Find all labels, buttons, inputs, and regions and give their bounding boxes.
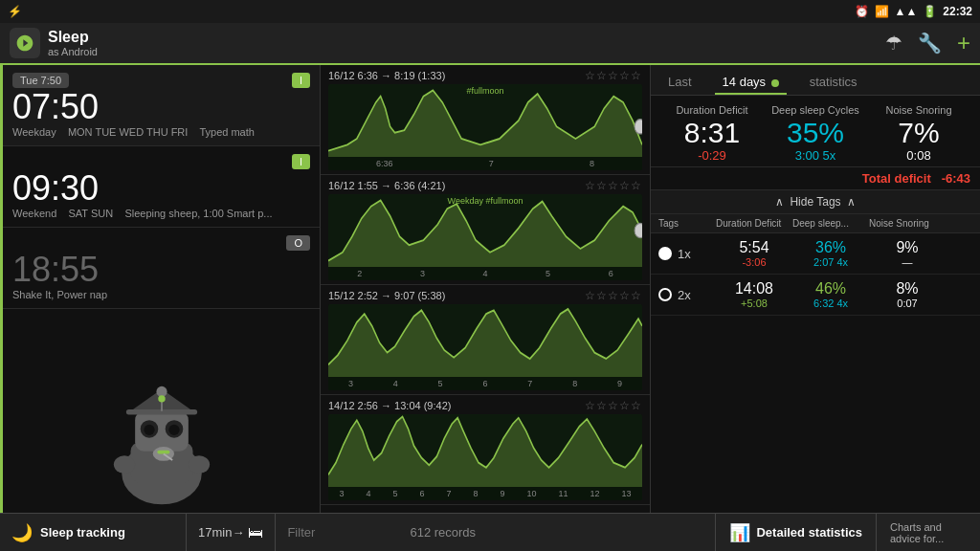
hide-tags-label: Hide Tags: [790, 195, 840, 209]
tags-header: Tags Duration Deficit Deep sleep... Nois…: [651, 214, 980, 233]
total-deficit-row: Total deficit -6:43: [651, 167, 980, 190]
status-bar: ⚡ ⏰ 📶 ▲▲ 🔋 22:32: [0, 0, 980, 23]
entry-1-stars: ☆☆☆☆☆: [585, 69, 642, 82]
main-content: Tue 7:50 I 07:50 Weekday MON TUE WED THU…: [0, 65, 980, 513]
stat-noise-value: 7%: [867, 117, 970, 148]
alarm-3-toggle[interactable]: O: [286, 235, 310, 251]
filter-section[interactable]: 612 records: [276, 514, 716, 551]
tab-last[interactable]: Last: [660, 71, 700, 95]
add-icon[interactable]: +: [957, 30, 970, 56]
alarm-3-time: 18:55: [12, 253, 310, 287]
entry-3-header: 15/12 2:52 → 9:07 (5:38): [328, 290, 445, 301]
time-display: 22:32: [943, 5, 972, 18]
bed-icon: 🛏: [248, 524, 263, 541]
svg-point-17: [635, 120, 642, 134]
tab-14days[interactable]: 14 days: [715, 71, 787, 95]
entry-4-stars: ☆☆☆☆☆: [585, 399, 642, 412]
stat-deep: Deep sleep Cycles 35% 3:00 5x: [764, 103, 867, 163]
svg-rect-11: [157, 451, 169, 454]
svg-point-6: [168, 425, 179, 435]
entry-1-x-labels: 6:3678: [328, 159, 642, 168]
tab-indicator: [771, 79, 779, 87]
sleep-entry-2[interactable]: 16/12 1:55 → 6:36 (4:21) ☆☆☆☆☆ Weekday #…: [321, 175, 650, 285]
tag-row-1x[interactable]: 1x 5:54 -3:06 36% 2:07 4x 9% —: [651, 233, 980, 275]
alarm-1-label: Tue 7:50: [12, 73, 69, 88]
title-actions: ☂ 🔧 +: [885, 30, 970, 56]
svg-point-13: [113, 455, 134, 474]
hide-tags-bar[interactable]: ∧ Hide Tags ∧: [651, 190, 980, 214]
wrench-icon[interactable]: 🔧: [918, 32, 942, 55]
tag-row-2x[interactable]: 2x 14:08 +5:08 46% 6:32 4x 8% 0:07: [651, 275, 980, 316]
sleep-entry-1[interactable]: 16/12 6:36 → 8:19 (1:33) ☆☆☆☆☆ #fullmoon…: [321, 65, 650, 175]
tag-1x-label: 1x: [658, 247, 716, 261]
entry-1-header: 16/12 6:36 → 8:19 (1:33): [328, 70, 445, 81]
umbrella-icon[interactable]: ☂: [885, 32, 902, 55]
alarm-item-3[interactable]: O 18:55 Shake It, Power nap: [3, 228, 320, 309]
usb-icon: ⚡: [8, 5, 22, 18]
entry-1-chart: #fullmoon 6:3678: [328, 84, 642, 170]
alarm-2-type: Weekend: [12, 208, 56, 219]
alarm-1-time: 07:50: [12, 90, 310, 124]
next-alarm-time: 17min→: [198, 525, 244, 540]
tag-1x-circle: [658, 247, 672, 260]
stat-noise-sub: 0:08: [867, 148, 970, 163]
title-left: Sleep as Android: [10, 28, 98, 58]
alarm-1-toggle[interactable]: I: [292, 73, 310, 88]
svg-point-14: [188, 455, 209, 474]
tag-2x-circle: [658, 288, 672, 301]
status-left: ⚡: [8, 5, 22, 18]
next-alarm-section: 17min→ 🛏: [187, 514, 276, 551]
total-deficit-label: Total deficit: [862, 171, 931, 186]
app-title: Sleep: [48, 29, 98, 46]
chevron-up-right-icon: ∧: [847, 195, 856, 209]
left-panel: Tue 7:50 I 07:50 Weekday MON TUE WED THU…: [0, 65, 321, 513]
alarm-item-1[interactable]: Tue 7:50 I 07:50 Weekday MON TUE WED THU…: [3, 65, 320, 146]
stat-duration-value: 8:31: [660, 117, 764, 148]
alarm-1-type: Weekday: [12, 126, 56, 138]
stat-deep-value: 35%: [764, 117, 867, 148]
entry-2-header: 16/12 1:55 → 6:36 (4:21): [328, 180, 445, 191]
stat-deep-sub: 3:00 5x: [764, 148, 867, 163]
entry-3-stars: ☆☆☆☆☆: [585, 289, 642, 302]
stat-duration-header: Duration Deficit: [660, 103, 764, 117]
tag-2x-noise: 8% 0:07: [869, 280, 946, 309]
tag-1x-duration: 5:54 -3:06: [716, 239, 792, 268]
tags-col-noise: Noise Snoring: [869, 218, 946, 229]
status-right: ⏰ 📶 ▲▲ 🔋 22:32: [855, 5, 972, 18]
alarm-item-2[interactable]: I 09:30 Weekend SAT SUN Sleeping sheep, …: [3, 146, 320, 228]
sleep-tracking-section[interactable]: 🌙 Sleep tracking: [0, 514, 187, 551]
entry-1-label: #fullmoon: [466, 86, 503, 96]
entry-2-label: Weekday #fullmoon: [448, 196, 523, 206]
charts-label: Charts and advice for...: [890, 521, 967, 544]
alarm-2-desc: Sleeping sheep, 1:00 Smart p...: [124, 208, 272, 219]
detailed-stats-button[interactable]: 📊 Detailed statistics: [716, 514, 876, 551]
filter-input[interactable]: [287, 525, 402, 540]
tag-2x-label: 2x: [658, 288, 716, 302]
app-icon: [10, 28, 40, 58]
title-text: Sleep as Android: [48, 29, 98, 57]
stat-noise-header: Noise Snoring: [867, 103, 970, 117]
alarm-2-time: 09:30: [12, 171, 310, 206]
entry-3-x-labels: 3456789: [328, 379, 642, 388]
entry-3-chart: 3456789: [328, 304, 642, 390]
svg-point-16: [158, 395, 165, 402]
entry-2-stars: ☆☆☆☆☆: [585, 179, 642, 192]
alarm-2-days: SAT SUN: [69, 208, 114, 219]
tags-col-label: Tags: [658, 218, 716, 229]
tag-1x-noise: 9% —: [869, 239, 946, 268]
sleep-entry-4[interactable]: 14/12 2:56 → 13:04 (9:42) ☆☆☆☆☆ 34567891…: [321, 395, 650, 505]
stat-deep-header: Deep sleep Cycles: [764, 103, 867, 117]
app-subtitle: as Android: [48, 46, 98, 57]
chevron-up-left-icon: ∧: [775, 195, 784, 209]
charts-button[interactable]: Charts and advice for...: [876, 514, 980, 551]
tab-statistics[interactable]: statistics: [802, 71, 865, 95]
battery-icon: 🔋: [923, 5, 937, 18]
alarm-3-desc: Shake It, Power nap: [12, 289, 107, 300]
sleep-entry-3[interactable]: 15/12 2:52 → 9:07 (5:38) ☆☆☆☆☆ 3456789: [321, 285, 650, 395]
alarm-2-toggle[interactable]: I: [292, 154, 310, 169]
entry-4-x-labels: 345678910111213: [328, 489, 642, 498]
sleep-tracking-label: Sleep tracking: [40, 525, 125, 540]
tag-1x-deep: 36% 2:07 4x: [792, 239, 869, 268]
tags-col-deep: Deep sleep...: [792, 218, 869, 229]
right-panel: Last 14 days statistics Duration Deficit…: [651, 65, 980, 513]
